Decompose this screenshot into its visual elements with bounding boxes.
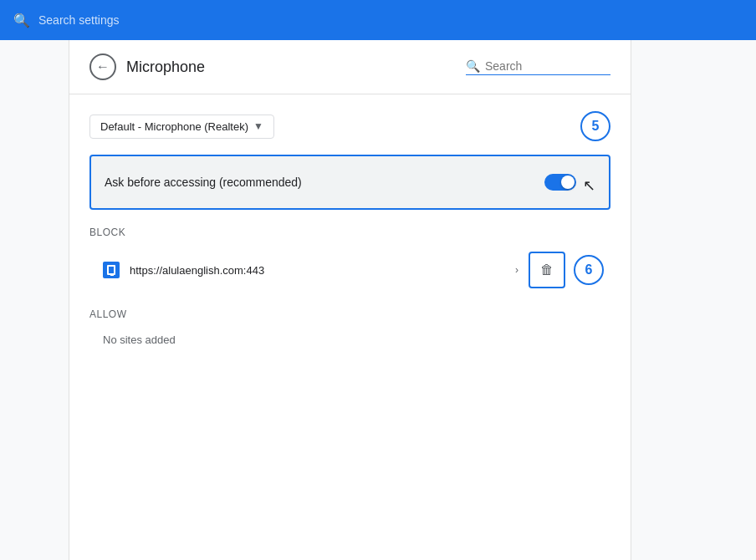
page-title: Microphone xyxy=(126,59,205,76)
right-panel xyxy=(631,40,756,560)
header-search-input[interactable] xyxy=(485,59,610,73)
dropdown-label: Default - Microphone (Realtek) xyxy=(100,120,248,133)
site-chevron-icon: › xyxy=(515,264,518,276)
toggle-label: Ask before accessing (recommended) xyxy=(105,176,302,189)
site-icon xyxy=(103,262,120,278)
block-label: Block xyxy=(89,227,610,238)
badge-5: 5 xyxy=(580,111,610,141)
header-search-icon: 🔍 xyxy=(466,59,480,73)
toggle-area: ↖ xyxy=(544,170,595,195)
microphone-dropdown[interactable]: Default - Microphone (Realtek) ▼ xyxy=(89,115,274,139)
allow-label: Allow xyxy=(89,308,610,320)
header-left: ← Microphone xyxy=(89,53,205,80)
delete-wrapper: 🗑 6 xyxy=(529,252,604,288)
allow-section: Allow No sites added xyxy=(89,308,610,353)
site-url: https://alulaenglish.com:443 xyxy=(130,264,505,277)
back-button[interactable]: ← xyxy=(89,53,116,80)
block-section: Block https://alulaenglish.com:443 › 🗑 6 xyxy=(89,227,610,295)
no-sites-text: No sites added xyxy=(89,327,610,353)
top-search-input[interactable] xyxy=(38,13,289,27)
blocked-site-row: https://alulaenglish.com:443 › 🗑 6 xyxy=(89,245,610,295)
toggle-thumb xyxy=(561,176,575,189)
dropdown-arrow-icon: ▼ xyxy=(253,120,263,132)
delete-button[interactable]: 🗑 xyxy=(529,252,565,288)
header-search: 🔍 xyxy=(466,59,610,75)
back-icon: ← xyxy=(96,59,110,74)
content-panel: ← Microphone 🔍 Default - Microphone (Rea… xyxy=(69,40,631,560)
page-header: ← Microphone 🔍 xyxy=(69,40,631,94)
toggle-row: Ask before accessing (recommended) ↖ xyxy=(89,155,610,210)
top-search-bar: 🔍 xyxy=(0,0,756,40)
page-body: Default - Microphone (Realtek) ▼ 5 Ask b… xyxy=(69,94,631,369)
dropdown-row: Default - Microphone (Realtek) ▼ 5 xyxy=(89,111,610,141)
ask-toggle[interactable] xyxy=(544,174,576,191)
sidebar xyxy=(0,40,69,560)
site-icon-inner xyxy=(107,265,115,275)
cursor-icon: ↖ xyxy=(583,176,595,195)
top-search-icon: 🔍 xyxy=(13,13,30,28)
badge-6: 6 xyxy=(574,255,604,285)
